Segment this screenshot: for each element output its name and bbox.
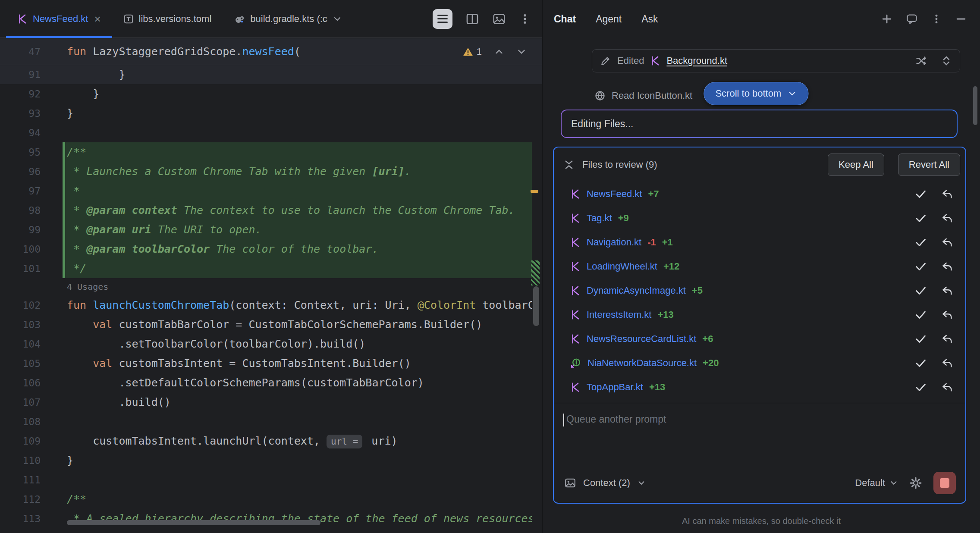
line-number[interactable]: 112 [0,494,57,505]
line-number[interactable]: 101 [0,263,57,274]
line-number[interactable]: 109 [0,436,57,447]
file-link[interactable]: DynamicAsyncImage.kt [587,285,686,296]
revert-undo-icon[interactable] [941,285,953,297]
kebab-menu-icon[interactable] [519,13,531,25]
code-line[interactable]: 109 customTabsIntent.launchUrl(context, … [0,431,542,451]
tab-chat[interactable]: Chat [554,13,576,25]
prev-highlight-icon[interactable] [494,47,504,57]
accept-check-icon[interactable] [914,188,927,200]
minimize-icon[interactable] [955,13,967,25]
file-link[interactable]: NewsFeed.kt [587,188,642,200]
file-review-row[interactable]: TopAppBar.kt +13 [554,375,965,399]
inlay-hint[interactable]: url = [327,435,362,448]
code-line[interactable]: 96 * Launches a Custom Chrome Tab with t… [0,162,542,181]
file-review-row[interactable]: LoadingWheel.kt +12 [554,254,965,279]
line-number[interactable]: 96 [0,166,57,177]
chevron-down-icon[interactable] [889,479,898,487]
code-line[interactable]: 98 * @param context The context to use t… [0,201,542,220]
tab-libs-versions[interactable]: libs.versions.toml [112,0,223,38]
code-line[interactable]: 108 [0,412,542,431]
line-number[interactable]: 104 [0,339,57,350]
edited-file-link[interactable]: Background.kt [666,55,727,66]
kebab-menu-icon[interactable] [931,13,942,25]
line-number[interactable]: 107 [0,397,57,408]
line-number[interactable]: 106 [0,377,57,389]
file-link[interactable]: LoadingWheel.kt [587,261,657,272]
file-review-row[interactable]: NewsResourceCardList.kt +6 [554,327,965,351]
line-number[interactable]: 113 [0,513,57,524]
file-link[interactable]: Navigation.kt [587,237,641,248]
chat-scrollbar-thumb[interactable] [973,86,977,125]
code-line[interactable]: 110} [0,451,542,470]
usages-hint-row[interactable]: 4 Usages [0,278,542,295]
code-line[interactable]: 102fun launchCustomChromeTab(context: Co… [0,295,542,315]
collapse-icon[interactable] [563,159,575,170]
list-view-toggle[interactable] [433,9,452,29]
revert-undo-icon[interactable] [941,333,953,345]
model-selector[interactable]: Default [855,477,885,489]
split-editor-icon[interactable] [465,12,479,26]
keep-all-button[interactable]: Keep All [828,154,884,176]
revert-undo-icon[interactable] [941,357,953,369]
file-review-row[interactable]: DynamicAsyncImage.kt +5 [554,279,965,303]
accept-check-icon[interactable] [914,212,927,224]
code-line[interactable]: 91 } [0,65,542,84]
expand-icon[interactable] [941,55,952,66]
line-number[interactable]: 93 [0,108,57,119]
code-line[interactable]: 106 .setDefaultColorSchemeParams(customT… [0,373,542,392]
accept-check-icon[interactable] [914,285,927,297]
accept-check-icon[interactable] [914,260,927,273]
next-highlight-icon[interactable] [516,47,527,57]
code-line[interactable]: 100 * @param toolbarColor The color of t… [0,239,542,259]
file-review-row[interactable]: NewsFeed.kt +7 [554,182,965,206]
prompt-input[interactable]: Queue another prompt [554,403,965,472]
accept-check-icon[interactable] [914,381,927,393]
file-link[interactable]: InterestsItem.kt [587,309,651,320]
line-number[interactable]: 92 [0,88,57,100]
line-number[interactable]: 103 [0,319,57,330]
tab-ask[interactable]: Ask [641,13,658,25]
line-number[interactable]: 47 [0,46,57,57]
scrollbar-added-marker[interactable] [531,260,540,285]
scrollbar-warning-marker[interactable] [531,190,538,193]
file-review-row[interactable]: NiaNetworkDataSource.kt +20 [554,351,965,375]
code-line[interactable]: 94 [0,123,542,142]
code-line[interactable]: 113 * A sealed hierarchy describing the … [0,509,542,528]
open-diff-icon[interactable] [915,55,927,67]
line-number[interactable]: 100 [0,244,57,255]
vertical-scrollbar-thumb[interactable] [533,286,539,326]
horizontal-scrollbar-thumb[interactable] [67,520,320,525]
line-number[interactable]: 110 [0,455,57,466]
attach-image-icon[interactable] [564,477,576,489]
code-line[interactable]: 112/** [0,489,542,509]
line-number[interactable]: 105 [0,358,57,369]
read-file-step[interactable]: Read IconButton.kt [594,86,692,105]
code-line[interactable]: 103 val customTabBarColor = CustomTabCol… [0,315,542,334]
context-selector[interactable]: Context (2) [583,477,630,489]
revert-all-button[interactable]: Revert All [898,154,960,176]
revert-undo-icon[interactable] [941,309,953,321]
code-line[interactable]: 104 .setToolbarColor(toolbarColor).build… [0,334,542,354]
line-number[interactable]: 91 [0,69,57,80]
accept-check-icon[interactable] [914,357,927,369]
tab-build-gradle[interactable]: build.gradle.kts (:c [223,0,353,38]
code-line[interactable]: 101 */ [0,259,542,278]
code-line[interactable]: 111 [0,470,542,489]
code-line[interactable]: 97 * [0,181,542,201]
code-line[interactable]: 107 .build() [0,392,542,412]
accept-check-icon[interactable] [914,309,927,321]
line-number[interactable]: 111 [0,474,57,486]
chevron-down-icon[interactable] [637,479,646,487]
file-link[interactable]: NewsResourceCardList.kt [587,333,696,345]
file-review-row[interactable]: Tag.kt +9 [554,206,965,230]
file-link[interactable]: Tag.kt [587,213,612,224]
stop-button[interactable] [933,472,956,494]
line-number[interactable]: 94 [0,127,57,138]
line-number[interactable]: 108 [0,416,57,427]
conversations-icon[interactable] [906,13,918,25]
code-line[interactable]: 95/** [0,142,542,162]
tab-agent[interactable]: Agent [596,13,622,25]
revert-undo-icon[interactable] [941,188,953,200]
new-chat-icon[interactable] [881,13,893,25]
edited-file-step[interactable]: Edited Background.kt [592,49,960,72]
